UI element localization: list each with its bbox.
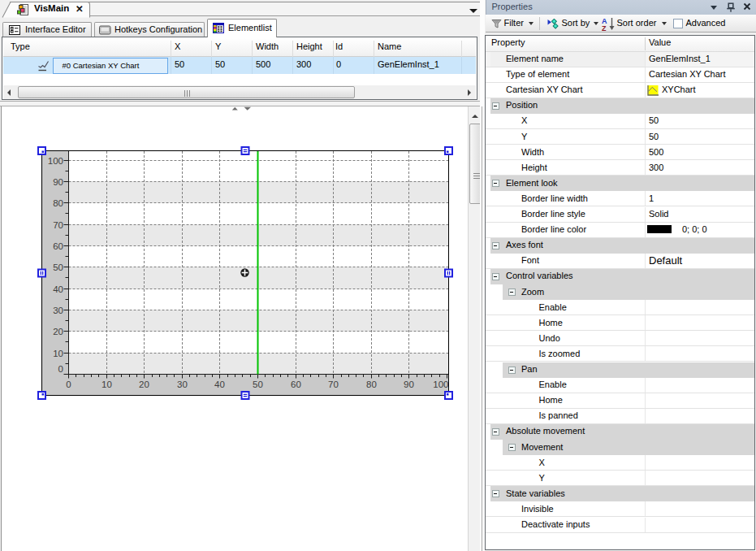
svg-text:70: 70 bbox=[328, 380, 339, 389]
svg-text:20: 20 bbox=[53, 327, 63, 336]
svg-text:80: 80 bbox=[53, 198, 63, 208]
svg-text:40: 40 bbox=[214, 380, 225, 389]
svg-text:0: 0 bbox=[58, 364, 63, 374]
svg-text:10: 10 bbox=[102, 380, 112, 389]
svg-text:80: 80 bbox=[366, 380, 377, 389]
svg-text:60: 60 bbox=[53, 241, 63, 251]
svg-text:100: 100 bbox=[48, 156, 63, 166]
svg-text:0: 0 bbox=[66, 380, 71, 389]
svg-text:90: 90 bbox=[404, 380, 414, 389]
svg-text:40: 40 bbox=[53, 284, 63, 294]
svg-text:60: 60 bbox=[291, 380, 301, 389]
svg-text:100: 100 bbox=[433, 380, 448, 389]
svg-text:30: 30 bbox=[53, 306, 63, 315]
svg-text:90: 90 bbox=[53, 177, 63, 187]
svg-text:70: 70 bbox=[53, 220, 63, 230]
svg-text:20: 20 bbox=[139, 380, 149, 389]
svg-text:Z: Z bbox=[602, 24, 607, 31]
svg-text:50: 50 bbox=[53, 262, 63, 272]
svg-text:50: 50 bbox=[253, 380, 263, 389]
svg-text:30: 30 bbox=[177, 380, 188, 389]
svg-text:10: 10 bbox=[53, 349, 63, 358]
